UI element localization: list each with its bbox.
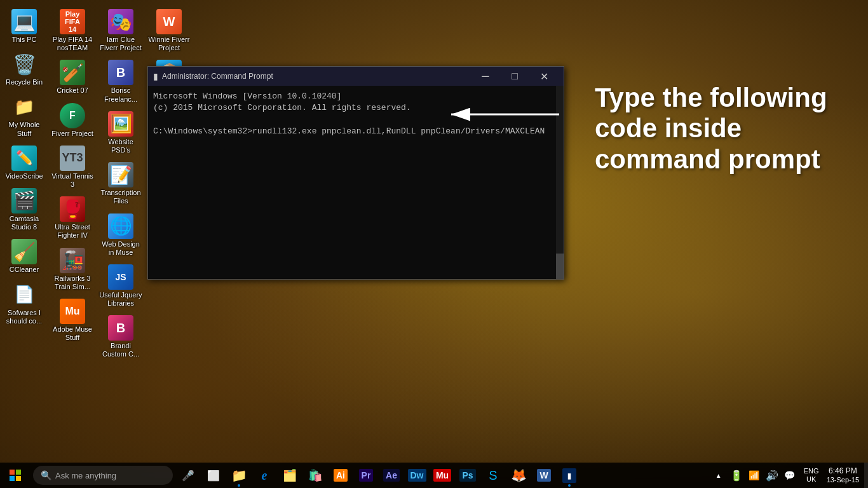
network-icon[interactable]: 📶	[745, 463, 763, 488]
brandi-label: Brandi Custom C...	[99, 342, 142, 358]
cmd-scrollbar[interactable]	[556, 86, 564, 279]
desktop-icon-ccleaner[interactable]: 🧹 CCleaner	[0, 235, 48, 278]
taskbar-clock[interactable]: 6:46 PM 13-Sep-15	[822, 463, 864, 488]
cmd-titlebar[interactable]: ▮ Administrator: Command Prompt ─ □ ✕	[148, 67, 564, 86]
taskbar-skype-icon[interactable]: S	[480, 463, 506, 488]
play-fifa-label: Play FIFA 14 nosTEAM	[51, 36, 94, 52]
desktop-icon-camtasia[interactable]: 🎬 Camtasia Studio 8	[0, 184, 48, 235]
taskbar-photoshop-icon[interactable]: Ps	[455, 463, 480, 488]
taskbar-time: 6:46 PM	[829, 466, 857, 475]
web-design-icon: 🌐	[108, 214, 133, 239]
desktop-icon-borisc[interactable]: B Borisc Freelanc...	[97, 56, 145, 107]
illustrator-icon: Ai	[334, 469, 348, 482]
cmd-scrollbar-thumb[interactable]	[556, 254, 564, 279]
skype-icon: S	[489, 468, 497, 483]
cricket-label: Cricket 07	[57, 86, 88, 95]
desktop-icon-website-psd[interactable]: 🖼️ Website PSD's	[97, 107, 145, 158]
desktop-icon-web-design[interactable]: 🌐 Web Design in Muse	[97, 210, 145, 261]
desktop-icon-fiverr-project[interactable]: F Fiverr Project	[48, 99, 97, 142]
desktop-icon-virtual-tennis[interactable]: YT3 Virtual Tennis 3	[48, 142, 97, 193]
camtasia-label: Camtasia Studio 8	[3, 215, 46, 231]
desktop-icon-brandi[interactable]: B Brandi Custom C...	[97, 311, 145, 362]
volume-icon[interactable]: 🔊	[763, 463, 781, 488]
cmd-body[interactable]: Microsoft Windows [Version 10.0.10240] (…	[148, 86, 564, 279]
borisc-label: Borisc Freelanc...	[99, 86, 142, 103]
desktop-icon-winnie[interactable]: W Winnie Fiverr Project	[145, 5, 193, 56]
desktop-icon-column-2: Play FIFA 14 Play FIFA 14 nosTEAM 🏏 Cric…	[48, 0, 97, 351]
start-button[interactable]	[0, 463, 31, 488]
taskbar-word-icon[interactable]: W	[531, 463, 557, 488]
virtual-tennis-label: Virtual Tennis 3	[51, 172, 94, 189]
taskbar-illustrator-icon[interactable]: Ai	[328, 463, 353, 488]
search-placeholder-text: Ask me anything	[55, 471, 116, 480]
dreamweaver-icon: Dw	[408, 469, 426, 482]
after-effects-icon: Ae	[383, 469, 400, 482]
firefox-taskbar-icon: 🦊	[511, 468, 527, 483]
cmd-close-button[interactable]: ✕	[529, 67, 559, 86]
taskbar: 🔍 Ask me anything 🎤 ⬜ 📁 e 🗂️ 🛍️ Ai Pr Ae…	[0, 463, 868, 488]
cmd-line-2: (c) 2015 Microsoft Corporation. All righ…	[153, 102, 559, 114]
desktop-icon-column-3: 🎭 Iam Clue Fiverr Project B Borisc Freel…	[97, 0, 145, 368]
store-icon: 🛍️	[308, 468, 322, 482]
taskbar-right-area: ▲ 🔋 📶 🔊 💬 ENG UK 6:46 PM 13-Sep-15	[712, 463, 868, 488]
desktop-icon-recycle-bin[interactable]: 🗑️ Recycle Bin	[0, 48, 48, 90]
jquery-label: Useful Jquery Libraries	[99, 291, 142, 308]
cricket-icon: 🏏	[60, 60, 85, 85]
taskbar-dreamweaver-icon[interactable]: Dw	[404, 463, 430, 488]
desktop-icon-videoscribe[interactable]: ✏️ VideoScribe	[0, 142, 48, 184]
svg-rect-2	[10, 470, 15, 475]
notification-icon[interactable]: 💬	[781, 463, 799, 488]
web-design-label: Web Design in Muse	[99, 240, 142, 257]
ccleaner-icon: 🧹	[11, 239, 37, 264]
language-code: ENG	[804, 467, 819, 475]
task-view-button[interactable]: ⬜	[201, 463, 226, 488]
desktop-icon-jquery[interactable]: JS Useful Jquery Libraries	[97, 261, 145, 311]
play-fifa-icon: Play FIFA 14	[60, 9, 85, 34]
desktop-icon-column-1: 💻 This PC 🗑️ Recycle Bin 📁 My Whole Stuf…	[0, 0, 48, 334]
borisc-icon: B	[108, 60, 133, 85]
website-psd-icon: 🖼️	[108, 111, 133, 137]
desktop-icon-my-whole-stuff[interactable]: 📁 My Whole Stuff	[0, 90, 48, 141]
desktop-icon-transcription[interactable]: 📝 Transcription Files	[97, 158, 145, 209]
ccleaner-label: CCleaner	[10, 266, 39, 274]
iam-clue-label: Iam Clue Fiverr Project	[99, 36, 142, 52]
adobe-muse-label: Adobe Muse Stuff	[51, 325, 94, 342]
taskbar-cmd-icon[interactable]: ▮	[557, 463, 582, 488]
desktop-icon-play-fifa[interactable]: Play FIFA 14 Play FIFA 14 nosTEAM	[48, 5, 97, 56]
taskbar-premiere-icon[interactable]: Pr	[353, 463, 379, 488]
desktop-icon-iam-clue[interactable]: 🎭 Iam Clue Fiverr Project	[97, 5, 145, 56]
cmd-line-4: C:\Windows\system32>rundll132.exe pnpcle…	[153, 126, 559, 137]
website-psd-label: Website PSD's	[99, 138, 142, 154]
desktop-icon-ultra-sf[interactable]: 🥊 Ultra Street Fighter IV	[48, 193, 97, 243]
search-icon: 🔍	[41, 470, 51, 480]
recycle-bin-icon: 🗑️	[11, 51, 37, 77]
desktop-icon-this-pc[interactable]: 💻 This PC	[0, 5, 48, 48]
cmd-maximize-button[interactable]: □	[500, 67, 529, 86]
premiere-icon: Pr	[359, 469, 374, 482]
cortana-button[interactable]: 🎤	[175, 463, 201, 488]
desktop-icon-softwares[interactable]: 📄 Sofwares I should co...	[0, 278, 48, 329]
battery-icon[interactable]: 🔋	[728, 463, 745, 488]
desktop-icon-cricket[interactable]: 🏏 Cricket 07	[48, 56, 97, 98]
this-pc-icon: 💻	[11, 9, 37, 34]
cmd-minimize-button[interactable]: ─	[471, 67, 500, 86]
taskbar-after-effects-icon[interactable]: Ae	[379, 463, 404, 488]
recycle-bin-label: Recycle Bin	[6, 78, 43, 86]
videoscribe-icon: ✏️	[11, 146, 37, 171]
virtual-tennis-icon: YT3	[60, 146, 85, 171]
taskbar-edge-icon[interactable]: e	[252, 463, 277, 488]
file-explorer-icon: 📁	[231, 468, 247, 483]
language-indicator[interactable]: ENG UK	[801, 467, 822, 484]
taskbar-store-icon[interactable]: 🛍️	[302, 463, 328, 488]
taskbar-date: 13-Sep-15	[827, 476, 859, 484]
taskbar-file-explorer-icon[interactable]: 📁	[226, 463, 252, 488]
desktop-icon-railworks[interactable]: 🚂 Railworks 3 Train Sim...	[48, 244, 97, 295]
cmd-window-controls: ─ □ ✕	[471, 67, 559, 86]
taskbar-firefox-icon[interactable]: 🦊	[506, 463, 531, 488]
taskbar-muse-icon[interactable]: Mu	[430, 463, 455, 488]
show-desktop-button[interactable]	[864, 463, 868, 488]
desktop-icon-adobe-muse[interactable]: Mu Adobe Muse Stuff	[48, 295, 97, 346]
tray-expand-button[interactable]: ▲	[712, 463, 725, 488]
taskbar-search-box[interactable]: 🔍 Ask me anything	[33, 466, 173, 485]
taskbar-explorer-icon[interactable]: 🗂️	[277, 463, 302, 488]
